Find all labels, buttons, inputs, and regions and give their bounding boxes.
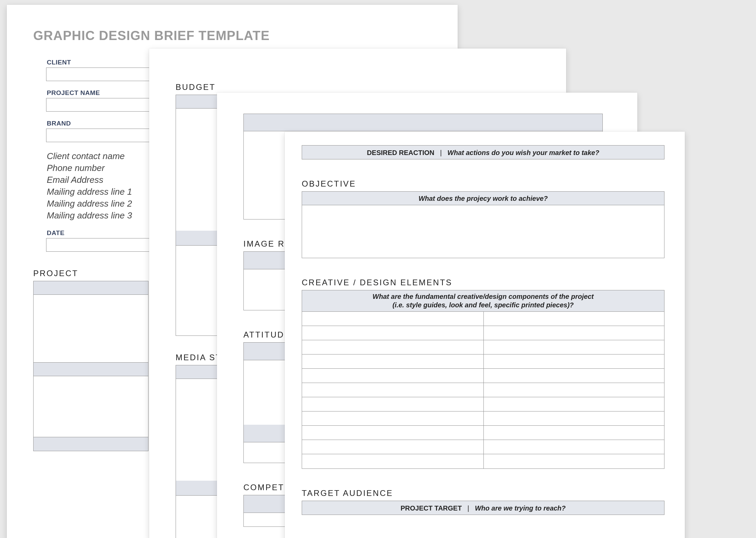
section-budget-label: BUDGET xyxy=(176,82,540,92)
input-project-name[interactable] xyxy=(46,98,160,112)
table-row[interactable] xyxy=(302,411,664,426)
doc-title: GRAPHIC DESIGN BRIEF TEMPLATE xyxy=(33,28,431,43)
table-row[interactable] xyxy=(302,369,664,383)
table-row[interactable] xyxy=(302,326,664,340)
table-row[interactable] xyxy=(302,397,664,411)
target-label: PROJECT TARGET xyxy=(400,504,462,512)
creative-prompt: What are the fundamental creative/design… xyxy=(302,290,664,312)
section-target-label: TARGET AUDIENCE xyxy=(302,488,668,498)
project-band-3 xyxy=(34,437,148,451)
creative-elements-box: What are the fundamental creative/design… xyxy=(302,290,664,469)
objective-box: What does the projecy work to achieve? xyxy=(302,191,664,258)
p3-top-band xyxy=(243,114,603,131)
table-row[interactable] xyxy=(302,426,664,440)
project-body[interactable] xyxy=(34,295,148,363)
project-box xyxy=(33,281,148,451)
input-date[interactable] xyxy=(46,238,160,252)
target-prompt: Who are we trying to reach? xyxy=(475,504,566,512)
objective-prompt: What does the projecy work to achieve? xyxy=(302,192,664,205)
creative-prompt-l2: (i.e. style guides, look and feel, speci… xyxy=(302,301,664,309)
desired-reaction-band: DESIRED REACTION | What actions do you w… xyxy=(302,145,664,159)
objective-body[interactable] xyxy=(302,205,664,258)
desired-reaction-prompt: What actions do you wish your market to … xyxy=(447,149,599,156)
page-4: DESIRED REACTION | What actions do you w… xyxy=(285,132,685,538)
section-objective-label: OBJECTIVE xyxy=(302,179,668,189)
input-client[interactable] xyxy=(46,68,160,81)
table-row[interactable] xyxy=(302,454,664,468)
table-row[interactable] xyxy=(302,312,664,326)
table-row[interactable] xyxy=(302,354,664,369)
creative-prompt-l1: What are the fundamental creative/design… xyxy=(302,292,664,301)
project-band-2 xyxy=(34,363,148,376)
table-row[interactable] xyxy=(302,383,664,397)
input-brand[interactable] xyxy=(46,129,160,142)
table-row[interactable] xyxy=(302,340,664,354)
target-band: PROJECT TARGET | Who are we trying to re… xyxy=(302,501,664,515)
table-row[interactable] xyxy=(302,440,664,454)
project-header-band xyxy=(34,281,148,295)
project-body-2[interactable] xyxy=(34,376,148,437)
section-creative-label: CREATIVE / DESIGN ELEMENTS xyxy=(302,278,668,287)
desired-reaction-label: DESIRED REACTION xyxy=(367,149,434,156)
